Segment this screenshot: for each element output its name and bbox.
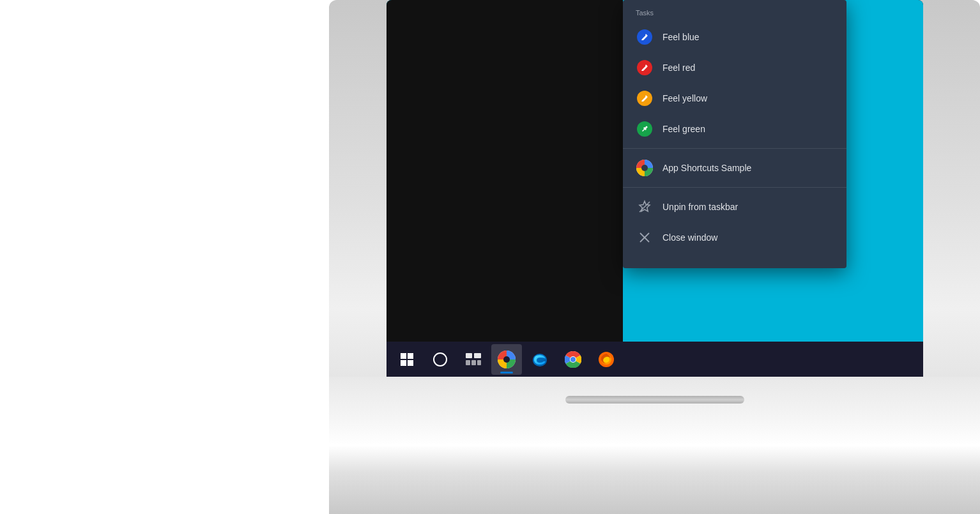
taskbar-firefox-button[interactable]: [591, 344, 622, 375]
context-item-feel-red[interactable]: Feel red: [623, 52, 846, 83]
unpin-icon: [636, 198, 654, 216]
taskbar-search-button[interactable]: [425, 344, 456, 375]
feel-blue-circle: [637, 29, 652, 45]
screen-dark-area: [387, 0, 623, 377]
context-item-feel-yellow[interactable]: Feel yellow: [623, 83, 846, 114]
context-item-feel-green[interactable]: Feel green: [623, 114, 846, 144]
context-item-feel-blue[interactable]: Feel blue: [623, 22, 846, 52]
context-item-app-shortcuts[interactable]: App Shortcuts Sample: [623, 153, 846, 183]
feel-yellow-circle: [637, 91, 652, 106]
close-window-label: Close window: [662, 232, 717, 243]
feel-red-icon: [636, 59, 654, 77]
screen-content: Tasks Feel blue: [387, 0, 923, 377]
svg-rect-8: [466, 360, 470, 365]
taskbar-taskview-button[interactable]: [458, 344, 489, 375]
context-menu: Tasks Feel blue: [623, 0, 846, 268]
context-separator-2: [623, 187, 846, 188]
context-item-close-window[interactable]: Close window: [623, 222, 846, 253]
firefox-icon: [598, 351, 615, 368]
taskbar-app-shortcuts-button[interactable]: [491, 344, 522, 375]
windows-logo-icon: [401, 353, 413, 366]
svg-point-0: [646, 126, 648, 128]
taskbar-start-button[interactable]: [392, 344, 422, 375]
context-item-unpin[interactable]: Unpin from taskbar: [623, 192, 846, 222]
feel-green-label: Feel green: [662, 124, 705, 134]
feel-red-circle: [637, 60, 652, 75]
svg-rect-6: [466, 353, 472, 358]
feel-red-label: Feel red: [662, 63, 695, 73]
svg-point-16: [570, 357, 576, 362]
svg-rect-7: [474, 353, 481, 358]
taskview-icon: [466, 353, 481, 366]
app-shortcuts-menu-label: App Shortcuts Sample: [662, 163, 751, 173]
app-shortcuts-taskbar-icon: [498, 351, 516, 368]
context-section-label: Tasks: [623, 0, 846, 22]
screen-bezel: Tasks Feel blue: [387, 0, 923, 377]
svg-point-2: [641, 165, 648, 171]
search-circle-icon: [433, 352, 447, 367]
chrome-icon: [565, 351, 581, 368]
laptop-frame: Tasks Feel blue: [329, 0, 980, 514]
laptop-hinge: [329, 377, 980, 514]
unpin-label: Unpin from taskbar: [662, 202, 738, 212]
feel-blue-label: Feel blue: [662, 32, 700, 42]
svg-rect-9: [471, 360, 476, 365]
edge-icon: [532, 351, 548, 368]
taskbar-chrome-button[interactable]: [558, 344, 588, 375]
feel-blue-icon: [636, 28, 654, 46]
feel-green-icon: [636, 120, 654, 138]
taskbar-edge-button[interactable]: [524, 344, 555, 375]
feel-yellow-label: Feel yellow: [662, 93, 707, 103]
feel-yellow-icon: [636, 89, 654, 107]
app-shortcuts-menu-icon: [636, 159, 654, 177]
close-window-icon: [636, 229, 654, 246]
context-separator: [623, 148, 846, 149]
feel-green-circle: [637, 121, 652, 137]
laptop-hinge-bar: [565, 396, 744, 404]
taskbar: [387, 342, 923, 377]
svg-point-12: [503, 356, 510, 363]
svg-rect-10: [477, 360, 481, 365]
